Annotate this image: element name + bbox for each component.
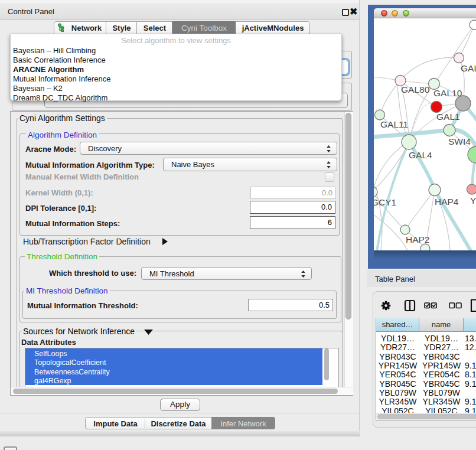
svg-text:Y: Y xyxy=(470,195,476,206)
svg-text:GAL: GAL xyxy=(461,63,476,73)
svg-text:HAP4: HAP4 xyxy=(435,197,459,207)
svg-text:GAL10: GAL10 xyxy=(433,88,462,98)
svg-text:HAP2: HAP2 xyxy=(406,234,430,244)
svg-text:GAL11: GAL11 xyxy=(380,119,408,129)
svg-text:GAL1: GAL1 xyxy=(436,112,460,122)
svg-text:GCY1: GCY1 xyxy=(374,197,396,207)
svg-text:GAL4: GAL4 xyxy=(409,150,432,160)
svg-text:SWI4: SWI4 xyxy=(448,136,471,146)
svg-text:GAL80: GAL80 xyxy=(401,84,430,94)
